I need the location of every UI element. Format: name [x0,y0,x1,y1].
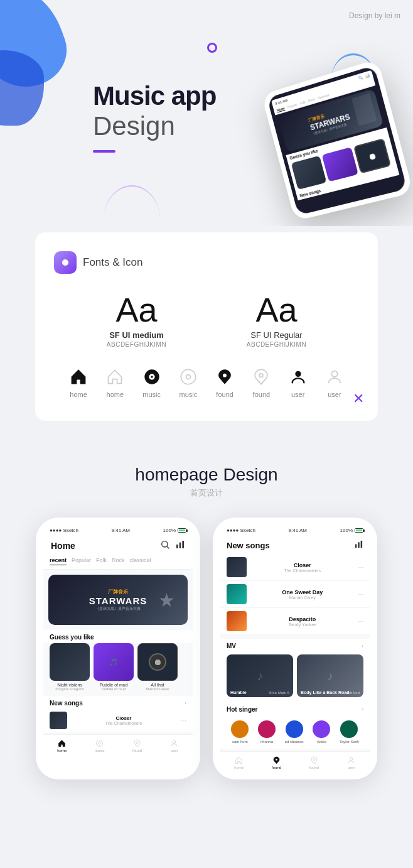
phone2-chart-icon[interactable] [354,540,363,551]
nav-found[interactable]: found [132,739,142,752]
phone1-song-item: Closer The Chainsmokers ··· [43,709,193,732]
nav2-found2[interactable]: found [309,756,319,769]
guess-card-title-1: Night visions [50,683,90,687]
tab-classical[interactable]: classical [130,557,151,565]
close-button[interactable]: ✕ [353,391,364,407]
mv-card2-label: Body Like a Back Road [301,690,349,695]
svg-point-13 [97,740,103,746]
phone2-song1-more[interactable]: ··· [358,564,363,571]
phone2-screen: ●●●● Sketch 9:41 AM 100% New songs [220,525,370,772]
hero-subtitle: Design [93,111,216,142]
phone2-singer-more[interactable]: › [362,707,363,712]
phone1-signal: ●●●● Sketch [50,528,78,533]
phone2-battery-pct: 100% [340,528,353,533]
nav-home[interactable]: home [57,739,67,752]
search-icon[interactable] [160,540,170,552]
guess-card-sub-2: Puddle of mud [94,687,134,691]
phone1-newsongs-more[interactable]: › [185,700,186,706]
hero-dot [207,43,217,53]
phone2-mv-cards: ♪ Humble Ill be Mark 6 ♪ Body Like a Bac… [220,652,370,702]
nav2-user[interactable]: user [347,756,356,769]
nav-music-icon [95,739,104,747]
icon-item-home-active: home [68,367,88,398]
phone2-singer-title: Hot singer [227,706,257,713]
nav-user[interactable]: user [170,739,179,752]
phone2-song3-info: Despacito Sandy Yankee [252,616,353,627]
phone2-song1-artist: The Chainsmokers [252,568,353,573]
phone2-signal: ●●●● Sketch [227,528,255,533]
phone1-battery-pct: 100% [163,528,176,533]
phone2-hot-singer: Hot singer › sam hunt rihanna [220,702,370,749]
nav-music[interactable]: music [95,739,105,752]
phone1-song-info: Closer The Chainsmokers [72,715,175,725]
found-filled-icon [215,367,235,387]
guess-card-1: Night visions Imagine Dragons [50,643,90,691]
phone2-song2-more[interactable]: ··· [358,591,363,598]
svg-point-7 [295,371,301,377]
icon-label-home2: home [107,391,124,398]
phone2-song1-name: Closer [252,562,353,568]
icon-item-user-outline: user [324,367,345,398]
tab-recent[interactable]: recent [50,557,67,565]
tab-rock[interactable]: Rock [112,557,125,565]
phone2-mv-more[interactable]: › [362,643,363,649]
svg-rect-11 [180,543,181,548]
guess-card-title-3: All that [137,683,178,687]
font-aa-medium: Aa [107,293,166,327]
svg-point-4 [186,375,190,379]
svg-point-21 [313,759,315,761]
svg-point-5 [223,374,227,377]
phone1-song-name: Closer [72,715,175,721]
chart-icon[interactable] [175,540,185,552]
guess-card-sub-1: Imagine Dragons [50,687,90,691]
nav2-user-icon [347,756,356,764]
font-abc-medium: ABCDEFGHIJKIMN [107,341,166,348]
phone2-song1-info: Closer The Chainsmokers [252,562,353,573]
hero-arc-pink [104,185,160,220]
phone2-mv-section: MV › ♪ Humble Ill be Mark 6 ♪ Body Like … [220,639,370,702]
icons-row: home home [54,367,359,398]
phone2-song-3: Despacito Sandy Yankee ··· [220,608,370,635]
nav-found-label: found [132,749,142,752]
phone1-tabs: recent Popular Folk Rock classical [43,555,193,570]
nav-music-label: music [95,749,105,752]
singer-ed: ed sheeran [285,720,304,744]
phone1-song-thumb [50,712,67,729]
phone1-battery-area: 100% [163,528,186,533]
banner-sub-text: 《星球大战》原声音乐大典 [89,606,147,612]
phone2-song3-name: Despacito [252,616,353,622]
svg-point-14 [99,742,100,744]
tab-popular[interactable]: Popular [72,557,91,565]
hero-title: Music app [93,82,216,111]
guess-card-title-2: Puddle of mud [94,683,134,687]
banner-en-text: STARWARS [89,595,147,606]
font-item-medium: Aa SF UI medium ABCDEFGHIJKIMN [107,293,166,348]
svg-rect-19 [361,541,363,548]
nav2-home[interactable]: home [234,756,244,769]
nav2-found2-icon [309,756,318,764]
mv-card-1: ♪ Humble Ill be Mark 6 [227,654,293,697]
icon-label-home1: home [70,391,87,398]
singer-rih-name: rihanna [260,740,273,744]
font-abc-regular: ABCDEFGHIJKIMN [247,341,306,348]
phone1-song-artist: The Chainsmokers [72,721,175,725]
icon-item-found-active: found [215,367,235,398]
phone2-song3-more[interactable]: ··· [358,618,363,625]
nav2-found1-icon [272,756,281,764]
icon-label-found1: found [216,391,233,398]
phone1-screen: ●●●● Sketch 9:41 AM 100% Home [43,525,193,755]
phone1-guess-title: Guess you like [50,634,94,641]
phone1-banner: 厂牌音乐 STARWARS 《星球大战》原声音乐大典 ★ [48,575,188,625]
mv-card1-label: Humble [230,690,247,695]
guess-card-sub-3: Maroons Reel [137,687,178,691]
phone2-song1-thumb [227,557,247,577]
tab-folk[interactable]: Folk [96,557,107,565]
singer-adele-avatar [313,720,330,738]
nav2-found1[interactable]: found [272,756,281,769]
font-item-regular: Aa SF UI Regular ABCDEFGHIJKIMN [247,293,306,348]
icon-label-music2: music [180,391,198,398]
svg-rect-10 [176,545,178,548]
phone2-mv-title: MV [227,643,236,649]
phone1-newsongs-title: New songs [50,700,83,707]
song-more-icon[interactable]: ··· [180,716,186,725]
